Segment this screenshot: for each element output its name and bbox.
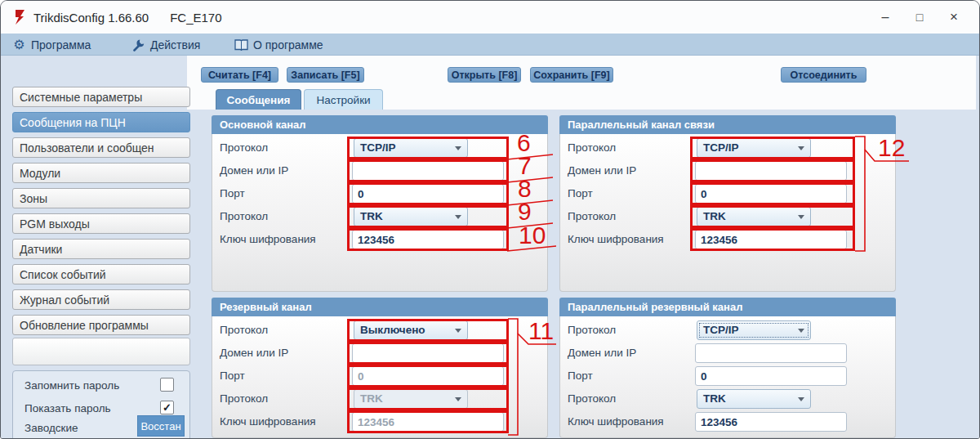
app-window: TrikdisConfig 1.66.60 FC_E170 – □ × ⚙ Пр…	[0, 0, 980, 439]
field-label: Домен или IP	[220, 161, 288, 181]
sidebar-item-cms-messages[interactable]: Сообщения на ПЦН	[12, 112, 190, 132]
select-value: TRK	[703, 390, 726, 408]
highlight-box	[347, 159, 509, 182]
sidebar-item-firmware-update[interactable]: Обновление программы	[12, 315, 190, 335]
field-row: Порт	[559, 366, 896, 386]
field-label: Домен или IP	[568, 161, 636, 181]
sidebar-footer-panel: Запомнить пароль Показать пароль ✓ Завод…	[12, 370, 190, 439]
show-password-label: Показать пароль	[24, 402, 111, 414]
highlight-box	[347, 205, 509, 228]
restore-button[interactable]: Восстан	[137, 415, 185, 437]
field-label: Ключ шифрования	[568, 230, 664, 249]
sidebar-item-users[interactable]: Пользователи и сообщен	[12, 137, 190, 158]
highlight-box	[347, 319, 509, 342]
annotation-number-11: 11	[528, 320, 554, 343]
read-button[interactable]: Считать [F4]	[201, 67, 278, 83]
sidebar-item-modules[interactable]: Модули	[12, 163, 190, 183]
menu-actions-label: Действия	[150, 38, 200, 52]
highlight-box	[347, 387, 509, 410]
annotation-number-8: 8	[518, 177, 532, 200]
panel-title: Основной канал	[220, 119, 306, 131]
save-button[interactable]: Сохранить [F9]	[530, 67, 613, 83]
panel-title: Резервный канал	[220, 301, 312, 313]
highlight-box	[347, 228, 509, 251]
menu-actions[interactable]: Действия	[131, 34, 200, 56]
highlight-box	[690, 205, 855, 228]
field-label: Ключ шифрования	[220, 412, 316, 432]
field-label: Протокол	[568, 320, 616, 340]
tab-messages[interactable]: Сообщения	[216, 89, 301, 110]
device-name: FC_E170	[170, 11, 221, 25]
title-bar: TrikdisConfig 1.66.60 FC_E170 – □ ×	[1, 1, 979, 34]
remember-password-label: Запомнить пароль	[24, 379, 119, 392]
panel-title: Параллельный резервный канал	[568, 301, 742, 313]
field-label: Домен или IP	[568, 343, 636, 363]
highlight-box	[347, 342, 509, 365]
highlight-box	[690, 137, 855, 159]
field-row: Ключ шифрования	[559, 412, 896, 432]
encryption-key-input[interactable]	[695, 412, 847, 432]
highlight-box	[347, 365, 509, 387]
field-label: Порт	[568, 184, 593, 204]
menu-program-label: Программа	[31, 38, 91, 52]
menu-program[interactable]: ⚙ Программа	[12, 34, 91, 56]
field-label: Протокол	[568, 138, 616, 158]
disconnect-button[interactable]: Отсоединить	[781, 67, 866, 83]
field-label: Протокол	[568, 389, 616, 409]
highlight-box	[690, 159, 855, 182]
highlight-box	[347, 410, 509, 433]
sidebar-item-pgm-outputs[interactable]: PGM выходы	[12, 213, 190, 234]
chevron-down-icon	[798, 397, 804, 401]
menu-about[interactable]: О программе	[234, 34, 323, 56]
field-label: Порт	[220, 184, 245, 204]
book-icon	[234, 38, 248, 52]
sidebar-item-event-list[interactable]: Список событий	[12, 264, 190, 284]
sidebar-item-zones[interactable]: Зоны	[12, 188, 190, 208]
field-label: Протокол	[220, 389, 268, 409]
field-label: Порт	[568, 366, 593, 386]
field-label: Ключ шифрования	[568, 412, 664, 432]
trikdis-logo-icon	[14, 9, 26, 25]
panel-title: Параллельный канал связи	[568, 119, 715, 131]
highlight-box	[347, 182, 509, 205]
annotation-number-6: 6	[517, 132, 531, 155]
open-button[interactable]: Открыть [F8]	[448, 67, 521, 83]
annotation-number-10: 10	[519, 224, 546, 247]
minimize-button[interactable]: –	[868, 10, 902, 25]
field-row: Протокол TRK	[559, 389, 896, 409]
write-button[interactable]: Записать [F5]	[287, 67, 364, 83]
select-value: TCP/IP	[703, 321, 739, 339]
annotation-number-9: 9	[518, 200, 532, 223]
field-label: Протокол	[220, 320, 268, 340]
highlight-box	[347, 137, 509, 159]
field-label: Домен или IP	[220, 343, 288, 363]
sidebar-item-system-params[interactable]: Системные параметры	[12, 87, 190, 107]
annotation-number-7: 7	[518, 155, 532, 177]
wrench-icon	[131, 38, 145, 52]
menu-bar: ⚙ Программа Действия О программе	[1, 34, 979, 56]
sidebar-empty-box	[12, 338, 190, 365]
field-label: Порт	[220, 366, 245, 386]
protocol-select[interactable]: TCP/IP	[697, 320, 811, 340]
field-label: Протокол	[220, 207, 268, 226]
domain-input[interactable]	[695, 343, 847, 363]
remember-password-checkbox[interactable]	[160, 378, 174, 392]
maximize-button[interactable]: □	[902, 11, 937, 24]
field-row: Домен или IP	[559, 343, 896, 363]
screenshot-stage: TrikdisConfig 1.66.60 FC_E170 – □ × ⚙ Пр…	[0, 0, 980, 439]
close-button[interactable]: ×	[937, 9, 971, 25]
highlight-box	[690, 228, 855, 251]
field-label: Ключ шифрования	[220, 230, 316, 249]
show-password-checkbox[interactable]: ✓	[160, 401, 174, 414]
protocol2-select[interactable]: TRK	[697, 389, 811, 409]
sidebar-item-sensors[interactable]: Датчики	[12, 239, 190, 259]
gear-icon: ⚙	[12, 38, 26, 52]
menu-about-label: О программе	[253, 38, 323, 52]
field-label: Протокол	[220, 138, 268, 158]
port-input[interactable]	[695, 366, 847, 386]
annotation-number-12: 12	[878, 137, 905, 159]
sidebar-item-event-log[interactable]: Журнал событий	[12, 289, 190, 310]
highlight-box	[690, 182, 855, 205]
tab-settings[interactable]: Настройки	[304, 89, 383, 110]
field-label: Протокол	[568, 207, 616, 226]
